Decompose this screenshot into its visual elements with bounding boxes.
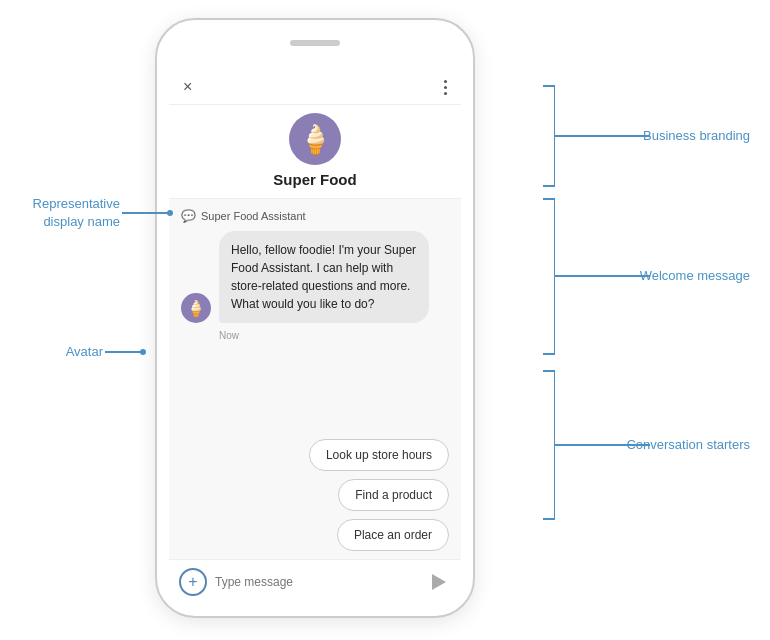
assistant-label-row: 💬 Super Food Assistant [181,209,449,223]
branding-area: 🍦 Super Food [169,105,461,199]
rep-display-annotation: Representative display name [10,195,173,231]
message-row: 🍦 Hello, fellow foodie! I'm your Super F… [181,231,449,323]
more-dot-1 [444,80,447,83]
avatar-bubble: 🍦 [181,293,211,323]
phone-speaker [290,40,340,46]
close-icon[interactable]: × [183,78,192,96]
welcome-top-tick [543,198,555,200]
diagram-container: × 🍦 Super Food 💬 Super Food Assistant [0,0,770,640]
brand-name: Super Food [273,171,356,188]
starters-area: Look up store hours Find a product Place… [169,431,461,559]
assistant-icon: 💬 [181,209,196,223]
starters-bottom-tick [543,518,555,520]
more-dot-3 [444,92,447,95]
screen-topbar: × [169,68,461,105]
assistant-label-text: Super Food Assistant [201,210,306,222]
branding-h-line [555,135,650,137]
welcome-label: Welcome message [640,267,750,285]
message-bubble: Hello, fellow foodie! I'm your Super Foo… [219,231,429,323]
brand-logo: 🍦 [289,113,341,165]
phone-shell: × 🍦 Super Food 💬 Super Food Assistant [155,18,475,618]
message-input[interactable] [215,575,415,589]
chat-area[interactable]: 💬 Super Food Assistant 🍦 Hello, fellow f… [169,199,461,431]
branding-top-tick [543,85,555,87]
avatar-label: Avatar [48,343,103,361]
message-timestamp: Now [219,330,449,341]
input-bar: + [169,559,461,604]
avatar-emoji: 🍦 [186,299,206,318]
rep-display-label: Representative display name [10,195,120,231]
starters-label: Conversation starters [626,436,750,454]
starters-top-tick [543,370,555,372]
welcome-h-line [555,275,650,277]
starter-btn-find-product[interactable]: Find a product [338,479,449,511]
starter-btn-store-hours[interactable]: Look up store hours [309,439,449,471]
phone-screen: × 🍦 Super Food 💬 Super Food Assistant [169,68,461,604]
more-icon[interactable] [444,80,447,95]
branding-label: Business branding [643,127,750,145]
welcome-bottom-tick [543,353,555,355]
send-icon [432,574,446,590]
branding-bottom-tick [543,185,555,187]
send-button[interactable] [423,568,451,596]
more-dot-2 [444,86,447,89]
add-button[interactable]: + [179,568,207,596]
avatar-annotation: Avatar [48,343,146,361]
starter-btn-place-order[interactable]: Place an order [337,519,449,551]
brand-logo-emoji: 🍦 [298,123,333,156]
